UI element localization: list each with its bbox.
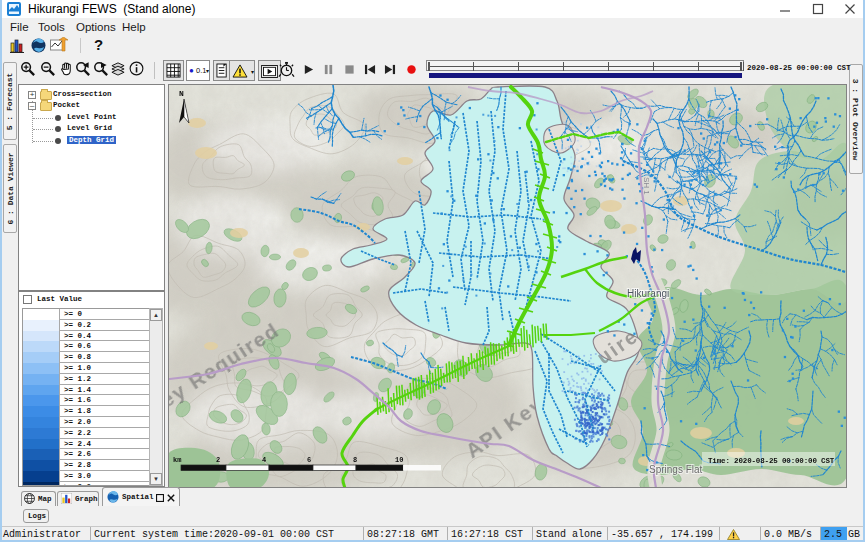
svg-text:N: N	[179, 89, 184, 98]
svg-text:km: km	[173, 456, 181, 464]
svg-text:6: 6	[307, 456, 311, 464]
svg-text:Springs Flat: Springs Flat	[649, 464, 703, 475]
svg-text:10: 10	[395, 456, 403, 464]
svg-text:8: 8	[353, 456, 357, 464]
svg-text:4: 4	[262, 456, 266, 464]
svg-text:SH 1: SH 1	[642, 177, 651, 195]
svg-text:Hikurangi: Hikurangi	[627, 288, 669, 299]
svg-text:2: 2	[216, 456, 220, 464]
svg-text:Time: 2020-08-25 00:00:00 CST: Time: 2020-08-25 00:00:00 CST	[708, 457, 835, 465]
